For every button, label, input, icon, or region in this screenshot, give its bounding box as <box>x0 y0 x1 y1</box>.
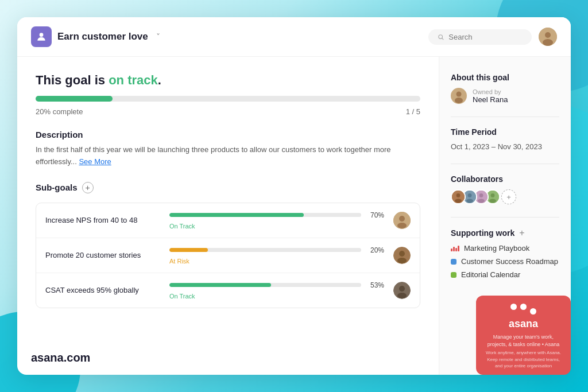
supporting-work-item-name: Editorial Calendar <box>461 270 520 279</box>
owner-label: Owned by <box>473 88 508 95</box>
user-avatar-image <box>539 28 557 46</box>
asana-dot-3 <box>530 308 536 315</box>
svg-point-28 <box>491 193 495 197</box>
owner-row: Owned by Neel Rana <box>451 88 559 104</box>
subgoal-progress-row: 20% <box>169 246 384 254</box>
svg-point-20 <box>455 199 462 203</box>
subgoal-percent: 53% <box>367 281 384 289</box>
header-right <box>428 28 557 46</box>
svg-point-5 <box>543 39 553 46</box>
svg-point-17 <box>455 98 463 103</box>
progress-bar-container <box>36 96 420 102</box>
subgoals-title: Sub-goals <box>36 183 78 192</box>
supporting-work-title: Supporting work <box>451 228 514 238</box>
add-subgoal-button[interactable]: + <box>82 182 94 193</box>
svg-point-7 <box>399 216 405 222</box>
subgoal-name: CSAT exceeds 95% globally <box>45 286 160 294</box>
progress-info: 20% complete 1 / 5 <box>36 107 420 116</box>
asana-dot-2 <box>520 304 527 310</box>
subgoal-progress-row: 70% <box>169 211 384 219</box>
user-avatar-small <box>393 212 411 229</box>
square-icon <box>451 272 457 278</box>
subgoal-progress-section: 53% On Track <box>169 281 384 300</box>
goal-status-suffix: . <box>158 73 161 87</box>
subgoal-name: Increase NPS from 40 to 48 <box>45 216 160 224</box>
about-goal-title: About this goal <box>451 73 559 82</box>
header: Earn customer love ˅ <box>17 17 571 57</box>
asana-logo-text: asana <box>509 318 538 330</box>
ad-headline: Manage your team's work, projects, & tas… <box>483 333 564 348</box>
subgoal-status: On Track <box>169 223 384 230</box>
avatar <box>539 28 557 46</box>
divider <box>451 164 559 164</box>
owner-info: Owned by Neel Rana <box>473 88 508 104</box>
svg-point-4 <box>545 32 551 38</box>
collaborators-title: Collaborators <box>451 174 559 184</box>
bar-chart-icon <box>451 246 459 251</box>
asana-dot-1 <box>510 304 517 310</box>
time-period-range: Oct 1, 2023 – Nov 30, 2023 <box>451 142 559 151</box>
chevron-down-icon[interactable]: ˅ <box>156 32 160 41</box>
avatar <box>393 282 411 299</box>
svg-point-26 <box>478 199 485 203</box>
user-avatar-small <box>393 282 411 299</box>
subgoal-bar-fill <box>169 248 208 252</box>
table-row: Promote 20 customer stories 20% At Risk <box>36 238 420 273</box>
subgoal-status: On Track <box>169 293 384 300</box>
divider <box>451 117 559 117</box>
subgoal-bar-fill <box>169 283 271 287</box>
goal-icon <box>31 26 52 47</box>
svg-point-8 <box>397 223 407 228</box>
subgoal-name: Promote 20 customer stories <box>45 251 160 259</box>
header-left: Earn customer love ˅ <box>31 26 160 47</box>
svg-point-29 <box>489 199 496 203</box>
owner-name: Neel Rana <box>473 95 508 104</box>
subgoal-list: Increase NPS from 40 to 48 70% On Track <box>36 203 420 308</box>
description-text: In the first half of this year we will b… <box>36 144 420 168</box>
table-row: CSAT exceeds 95% globally 53% On Track <box>36 273 420 308</box>
list-item: Marketing Playbook <box>451 244 559 253</box>
progress-bar-fill <box>36 96 113 102</box>
subgoal-progress-row: 53% <box>169 281 384 289</box>
svg-point-1 <box>439 34 443 38</box>
svg-point-23 <box>466 199 473 203</box>
time-period-title: Time Period <box>451 127 559 137</box>
owner-avatar <box>451 88 467 104</box>
progress-fraction: 1 / 5 <box>406 107 420 116</box>
subgoal-status: At Risk <box>169 258 384 265</box>
add-supporting-work-button[interactable]: + <box>519 228 524 238</box>
svg-point-25 <box>479 193 483 197</box>
svg-point-19 <box>457 193 461 197</box>
ad-subtext: Work anytime, anywhere with Asana. Keep … <box>483 350 564 369</box>
subgoal-progress-section: 20% At Risk <box>169 246 384 265</box>
subgoals-header: Sub-goals + <box>36 182 420 193</box>
see-more-link[interactable]: See More <box>79 157 111 166</box>
time-period-section: Time Period Oct 1, 2023 – Nov 30, 2023 <box>451 127 559 151</box>
search-bar[interactable] <box>428 29 532 45</box>
table-row: Increase NPS from 40 to 48 70% On Track <box>36 203 420 238</box>
collaborators-section: Collaborators + <box>451 174 559 204</box>
svg-point-13 <box>399 286 405 292</box>
collaborators-row: + <box>451 189 559 204</box>
main-content: This goal is on track. 20% complete 1 / … <box>17 57 439 375</box>
about-goal-section: About this goal Owned by Neel Rana <box>451 73 559 104</box>
svg-line-2 <box>442 38 444 40</box>
supporting-work-section: Supporting work + Marketing Playbook <box>451 228 559 279</box>
brand-label: asana.com <box>31 351 90 364</box>
goal-status-word: on track <box>109 73 158 87</box>
person-icon <box>36 31 47 42</box>
asana-logo-dots <box>510 304 536 315</box>
search-input[interactable] <box>448 33 523 41</box>
avatar <box>393 212 411 229</box>
description-title: Description <box>36 130 420 139</box>
svg-point-14 <box>397 293 407 298</box>
list-item: Customer Success Roadmap <box>451 257 559 266</box>
svg-point-22 <box>468 193 472 197</box>
svg-point-11 <box>397 258 407 263</box>
add-collaborator-button[interactable]: + <box>501 189 516 204</box>
avatar <box>393 247 411 264</box>
subgoal-bar <box>169 213 361 217</box>
supporting-work-item-name: Customer Success Roadmap <box>461 257 558 266</box>
goal-status-heading: This goal is on track. <box>36 73 420 88</box>
user-avatar-small <box>393 247 411 264</box>
